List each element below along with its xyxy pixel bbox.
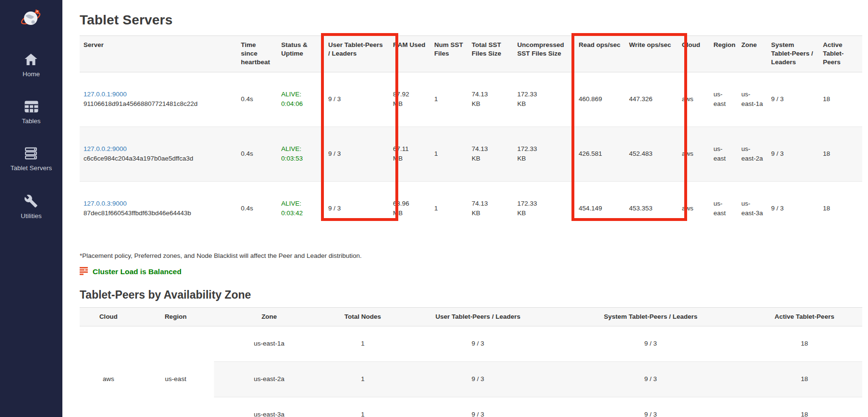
- status-cell: ALIVE:0:04:06: [277, 72, 324, 127]
- heartbeat-cell: 0.4s: [237, 181, 277, 236]
- tablet-servers-icon: [24, 147, 38, 162]
- az-zone-cell: us-east-3a: [214, 397, 324, 417]
- num-sst-cell: 1: [430, 72, 468, 127]
- sidebar: Home Tables: [0, 0, 62, 417]
- col-az-system-tablet-peers: System Tablet-Peers / Leaders: [555, 307, 747, 326]
- alive-status: ALIVE:0:04:06: [281, 91, 303, 107]
- tables-icon: [24, 100, 39, 115]
- az-section-title: Tablet-Peers by Availability Zone: [80, 289, 862, 301]
- server-uuid: 87dec81f660543ffbdf63bd46e64443b: [83, 208, 233, 218]
- alive-status: ALIVE:0:03:42: [281, 200, 303, 217]
- col-user-tablet-peers: User Tablet-Peers / Leaders: [324, 36, 389, 72]
- user-tablet-peers-cell: 9 / 3: [324, 181, 389, 236]
- tserver-row: 127.0.0.2:9000c6c6ce984c204a34a197b0ae5d…: [80, 127, 862, 181]
- col-az-cloud: Cloud: [80, 307, 137, 326]
- server-link[interactable]: 127.0.0.1:9000: [83, 91, 127, 98]
- region-cell: us-east: [710, 127, 737, 181]
- az-user-tablet-peers-cell: 9 / 3: [401, 326, 555, 361]
- write-ops-cell: 452.483: [625, 127, 678, 181]
- az-user-tablet-peers-cell: 9 / 3: [401, 361, 555, 397]
- server-cell: 127.0.0.3:900087dec81f660543ffbdf63bd46e…: [80, 181, 237, 236]
- az-header-row: Cloud Region Zone Total Nodes User Table…: [80, 307, 862, 326]
- tablet-servers-table: Server Time since heartbeat Status & Upt…: [80, 35, 862, 236]
- col-az-total-nodes: Total Nodes: [324, 307, 401, 326]
- sidebar-item-tables[interactable]: Tables: [22, 100, 40, 125]
- sidebar-item-tablet-servers[interactable]: Tablet Servers: [11, 147, 52, 172]
- az-table: Cloud Region Zone Total Nodes User Table…: [80, 307, 862, 417]
- col-az-user-tablet-peers: User Tablet-Peers / Leaders: [401, 307, 555, 326]
- az-region-cell: us-east: [137, 326, 214, 417]
- zone-cell: us-east-3a: [737, 181, 767, 236]
- cluster-load-status: Cluster Load is Balanced: [80, 267, 862, 277]
- col-active-tablet-peers: Active Tablet-Peers: [819, 36, 862, 72]
- main-content: Tablet Servers Server Time since heartbe…: [62, 12, 868, 417]
- az-active-tablet-peers-cell: 18: [747, 361, 862, 397]
- sidebar-item-utilities[interactable]: Utilities: [21, 194, 42, 220]
- sidebar-item-label: Utilities: [21, 213, 42, 220]
- placement-footnote: *Placement policy, Preferred zones, and …: [80, 252, 862, 259]
- cloud-cell: aws: [678, 181, 710, 236]
- utilities-icon: [24, 194, 38, 209]
- server-link[interactable]: 127.0.0.3:9000: [83, 200, 127, 207]
- server-uuid: c6c6ce984c204a34a197b0ae5dffca3d: [83, 154, 233, 163]
- tserver-row: 127.0.0.1:900091106618d91a45668807721481…: [80, 72, 862, 127]
- col-read-ops: Read ops/sec: [575, 36, 625, 72]
- az-total-nodes-cell: 1: [324, 326, 401, 361]
- sidebar-item-label: Home: [23, 71, 40, 78]
- ram-cell: 63.96MB: [389, 181, 430, 236]
- col-heartbeat: Time since heartbeat: [237, 36, 277, 72]
- az-zone-cell: us-east-1a: [214, 326, 324, 361]
- heartbeat-cell: 0.4s: [237, 127, 277, 181]
- ram-cell: 67.11MB: [389, 127, 430, 181]
- sidebar-item-home[interactable]: Home: [23, 53, 40, 78]
- cluster-load-text: Cluster Load is Balanced: [93, 267, 181, 276]
- col-server: Server: [80, 36, 237, 72]
- col-az-region: Region: [137, 307, 214, 326]
- col-cloud: Cloud: [678, 36, 710, 72]
- write-ops-cell: 453.353: [625, 181, 678, 236]
- tablet-servers-header-row: Server Time since heartbeat Status & Upt…: [80, 36, 862, 72]
- heartbeat-cell: 0.4s: [237, 72, 277, 127]
- system-tablet-peers-cell: 9 / 3: [767, 127, 819, 181]
- col-az-active-tablet-peers: Active Tablet-Peers: [747, 307, 862, 326]
- yugabyte-logo-icon: [20, 23, 43, 31]
- col-ram-used: RAM Used: [389, 36, 430, 72]
- az-total-nodes-cell: 1: [324, 397, 401, 417]
- num-sst-cell: 1: [430, 127, 468, 181]
- total-sst-size-cell: 74.13KB: [468, 72, 513, 127]
- az-cloud-cell: aws: [80, 326, 137, 417]
- region-cell: us-east: [710, 181, 737, 236]
- cloud-cell: aws: [678, 72, 710, 127]
- az-user-tablet-peers-cell: 9 / 3: [401, 397, 555, 417]
- region-cell: us-east: [710, 72, 737, 127]
- home-icon: [24, 53, 38, 68]
- az-zone-cell: us-east-2a: [214, 361, 324, 397]
- sidebar-item-label: Tablet Servers: [11, 165, 52, 172]
- status-cell: ALIVE:0:03:42: [277, 181, 324, 236]
- col-write-ops: Write ops/sec: [625, 36, 678, 72]
- read-ops-cell: 426.581: [575, 127, 625, 181]
- server-cell: 127.0.0.2:9000c6c6ce984c204a34a197b0ae5d…: [80, 127, 237, 181]
- az-row: awsus-eastus-east-1a19 / 39 / 318: [80, 326, 862, 361]
- col-status-uptime: Status & Uptime: [277, 36, 324, 72]
- ram-cell: 87.92MB: [389, 72, 430, 127]
- app-logo[interactable]: [20, 6, 43, 31]
- uncompressed-sst-size-cell: 172.33KB: [513, 72, 575, 127]
- total-sst-size-cell: 74.13KB: [468, 181, 513, 236]
- system-tablet-peers-cell: 9 / 3: [767, 72, 819, 127]
- total-sst-size-cell: 74.13KB: [468, 127, 513, 181]
- cloud-cell: aws: [678, 127, 710, 181]
- az-total-nodes-cell: 1: [324, 361, 401, 397]
- col-system-tablet-peers: System Tablet-Peers / Leaders: [767, 36, 819, 72]
- col-num-sst-files: Num SST Files: [430, 36, 468, 72]
- zone-cell: us-east-1a: [737, 72, 767, 127]
- tserver-row: 127.0.0.3:900087dec81f660543ffbdf63bd46e…: [80, 181, 862, 236]
- read-ops-cell: 454.149: [575, 181, 625, 236]
- system-tablet-peers-cell: 9 / 3: [767, 181, 819, 236]
- server-link[interactable]: 127.0.0.2:9000: [83, 145, 127, 152]
- az-system-tablet-peers-cell: 9 / 3: [555, 361, 747, 397]
- az-active-tablet-peers-cell: 18: [747, 326, 862, 361]
- server-uuid: 91106618d91a45668807721481c8c22d: [83, 99, 233, 109]
- active-tablet-peers-cell: 18: [819, 72, 862, 127]
- col-uncompressed-sst-size: Uncompressed SST Files Size: [513, 36, 575, 72]
